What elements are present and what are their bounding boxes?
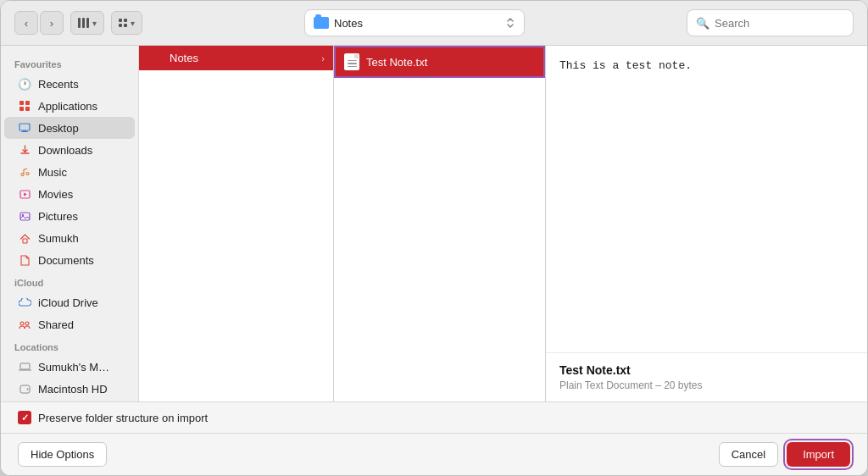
bottom-bar: Hide Options Cancel Import: [1, 433, 867, 475]
svg-rect-10: [23, 239, 27, 243]
drive-icon: [18, 382, 31, 396]
svg-point-12: [25, 322, 29, 325]
svg-rect-5: [23, 130, 26, 131]
column-pane-2: Test Note.txt: [334, 46, 546, 401]
file-area: Notes › Test Note.txt: [139, 46, 867, 401]
sidebar-item-icloud-drive[interactable]: iCloud Drive: [4, 291, 135, 313]
location-stepper-icon: [505, 16, 515, 30]
chevron-right-icon: ›: [321, 53, 325, 64]
sidebar-item-sumukhs-mac[interactable]: Sumukh's M…: [4, 356, 135, 378]
main-content: Favourites 🕐 Recents Applications Deskto…: [1, 46, 867, 401]
svg-point-11: [20, 322, 24, 325]
preview-meta: Test Note.txt Plain Text Document – 20 b…: [546, 352, 867, 401]
column-pane-1: Notes ›: [139, 46, 334, 401]
checkbox-checked: ✓: [18, 411, 31, 424]
sidebar-section-favourites: Favourites: [1, 53, 138, 73]
grid-view-button[interactable]: ▾: [111, 11, 142, 35]
file-label-test-note: Test Note.txt: [366, 56, 427, 69]
import-button[interactable]: Import: [787, 442, 850, 467]
search-bar[interactable]: 🔍: [687, 9, 854, 36]
cancel-button[interactable]: Cancel: [719, 442, 778, 467]
sidebar-label-documents: Documents: [38, 254, 94, 267]
preview-text: This is a test note.: [559, 59, 692, 72]
column-view-chevron: ▾: [92, 19, 97, 28]
sidebar-label-recents: Recents: [38, 78, 79, 91]
sidebar: Favourites 🕐 Recents Applications Deskto…: [1, 46, 139, 401]
preview-pane: This is a test note. Test Note.txt Plain…: [546, 46, 867, 401]
pictures-icon: [18, 209, 31, 223]
options-bar: ✓ Preserve folder structure on import: [1, 401, 867, 433]
nav-buttons: ‹ ›: [14, 11, 64, 35]
folder-label-notes: Notes: [170, 52, 198, 64]
notes-folder-icon: [147, 53, 163, 64]
folder-item-notes[interactable]: Notes ›: [139, 46, 333, 70]
clock-icon: 🕐: [18, 77, 31, 91]
home-icon: [18, 231, 31, 245]
svg-rect-8: [20, 213, 30, 220]
sidebar-label-sumukhs-mac: Sumukh's M…: [38, 361, 109, 374]
svg-rect-3: [25, 107, 30, 111]
sidebar-label-downloads: Downloads: [38, 144, 92, 157]
location-bar[interactable]: Notes: [304, 9, 525, 36]
laptop-icon: [18, 360, 31, 374]
preview-filename: Test Note.txt: [559, 363, 854, 377]
sidebar-item-pictures[interactable]: Pictures: [4, 205, 135, 227]
sidebar-item-documents[interactable]: Documents: [4, 249, 135, 271]
column-view-icon: [78, 18, 89, 28]
sidebar-item-recents[interactable]: 🕐 Recents: [4, 73, 135, 95]
svg-rect-13: [20, 363, 30, 369]
sidebar-label-desktop: Desktop: [38, 122, 79, 135]
preview-filetype: Plain Text Document – 20 bytes: [559, 379, 854, 391]
sidebar-label-icloud-drive: iCloud Drive: [38, 296, 98, 309]
music-icon: [18, 165, 31, 179]
sidebar-item-shared[interactable]: Shared: [4, 313, 135, 335]
svg-rect-0: [19, 101, 24, 105]
svg-rect-4: [19, 124, 30, 130]
sidebar-label-sumukh: Sumukh: [38, 232, 79, 245]
sidebar-label-pictures: Pictures: [38, 210, 78, 223]
svg-rect-2: [19, 107, 24, 111]
grid-view-icon: [119, 19, 127, 27]
desktop-icon: [18, 121, 31, 135]
forward-button[interactable]: ›: [40, 11, 64, 35]
sidebar-label-movies: Movies: [38, 188, 73, 201]
download-icon: [18, 143, 31, 157]
sidebar-label-macintosh-hd: Macintosh HD: [38, 383, 108, 396]
sidebar-section-locations: Locations: [1, 335, 138, 356]
checkmark-icon: ✓: [21, 412, 29, 423]
location-arrows[interactable]: [505, 16, 515, 30]
grid-view-chevron: ▾: [131, 19, 135, 28]
sidebar-item-movies[interactable]: Movies: [4, 183, 135, 205]
preview-content: This is a test note.: [546, 46, 867, 352]
back-button[interactable]: ‹: [14, 11, 38, 35]
sidebar-label-shared: Shared: [38, 318, 74, 331]
search-input[interactable]: [715, 17, 844, 30]
file-item-test-note[interactable]: Test Note.txt: [334, 46, 545, 78]
movies-icon: [18, 187, 31, 201]
apps-icon: [18, 99, 31, 113]
sidebar-label-applications: Applications: [38, 100, 97, 113]
sidebar-item-applications[interactable]: Applications: [4, 95, 135, 117]
location-folder-icon: [314, 17, 329, 29]
sidebar-item-desktop[interactable]: Desktop: [4, 117, 135, 139]
right-buttons: Cancel Import: [719, 442, 850, 467]
sidebar-label-music: Music: [38, 166, 67, 179]
sidebar-item-downloads[interactable]: Downloads: [4, 139, 135, 161]
cloud-icon: [18, 296, 31, 309]
preserve-label: Preserve folder structure on import: [38, 412, 208, 424]
preserve-structure-checkbox[interactable]: ✓ Preserve folder structure on import: [18, 411, 208, 424]
svg-rect-6: [21, 131, 28, 132]
documents-icon: [18, 253, 31, 267]
shared-icon: [18, 318, 31, 331]
column-view-button[interactable]: ▾: [70, 11, 104, 35]
sidebar-item-sumukh[interactable]: Sumukh: [4, 227, 135, 249]
sidebar-item-music[interactable]: Music: [4, 161, 135, 183]
hide-options-button[interactable]: Hide Options: [18, 442, 107, 467]
text-file-icon: [344, 53, 359, 70]
sidebar-section-icloud: iCloud: [1, 271, 138, 291]
toolbar: ‹ › ▾ ▾ Notes: [1, 1, 867, 46]
sidebar-item-macintosh-hd[interactable]: Macintosh HD: [4, 378, 135, 400]
open-dialog: ‹ › ▾ ▾ Notes: [0, 0, 868, 476]
svg-rect-1: [25, 101, 30, 105]
search-icon: 🔍: [696, 17, 709, 30]
